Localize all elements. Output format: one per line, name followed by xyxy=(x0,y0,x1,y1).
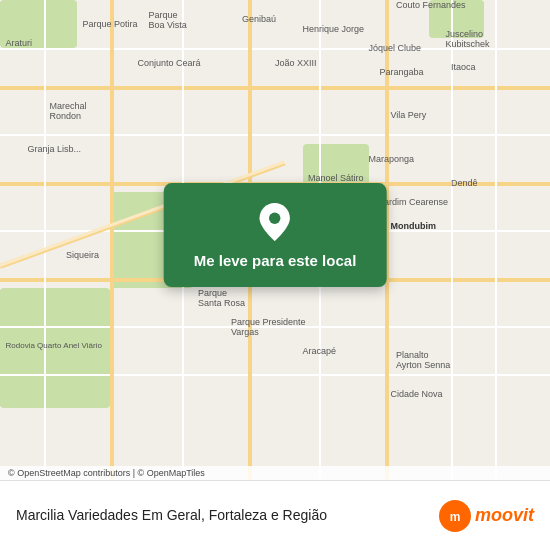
bottom-bar: Marcilia Variedades Em Geral, Fortaleza … xyxy=(0,480,550,550)
road-h8 xyxy=(0,374,550,376)
green-area-1 xyxy=(0,0,77,48)
moovit-text: moovit xyxy=(475,505,534,526)
green-area-2 xyxy=(0,288,110,408)
green-area-5 xyxy=(429,0,484,38)
attribution-text: © OpenStreetMap contributors | © OpenMap… xyxy=(8,468,205,478)
road-v1 xyxy=(110,0,114,480)
road-h4 xyxy=(0,48,550,50)
road-h5 xyxy=(0,134,550,136)
road-h7 xyxy=(0,326,550,328)
map-attribution: © OpenStreetMap contributors | © OpenMap… xyxy=(0,466,550,480)
svg-point-0 xyxy=(269,213,280,224)
card-label: Me leve para este local xyxy=(194,251,357,271)
map-container: Parque Potira ParqueBoa Vista Genibaú He… xyxy=(0,0,550,480)
road-h1 xyxy=(0,86,550,90)
road-v4 xyxy=(44,0,46,480)
place-name: Marcilia Variedades Em Geral, Fortaleza … xyxy=(16,506,427,524)
svg-text:m: m xyxy=(450,510,461,524)
moovit-icon: m xyxy=(439,500,471,532)
map-card[interactable]: Me leve para este local xyxy=(164,183,387,287)
road-v8 xyxy=(495,0,497,480)
moovit-logo: m moovit xyxy=(439,500,534,532)
location-pin xyxy=(259,203,291,241)
road-v7 xyxy=(451,0,453,480)
